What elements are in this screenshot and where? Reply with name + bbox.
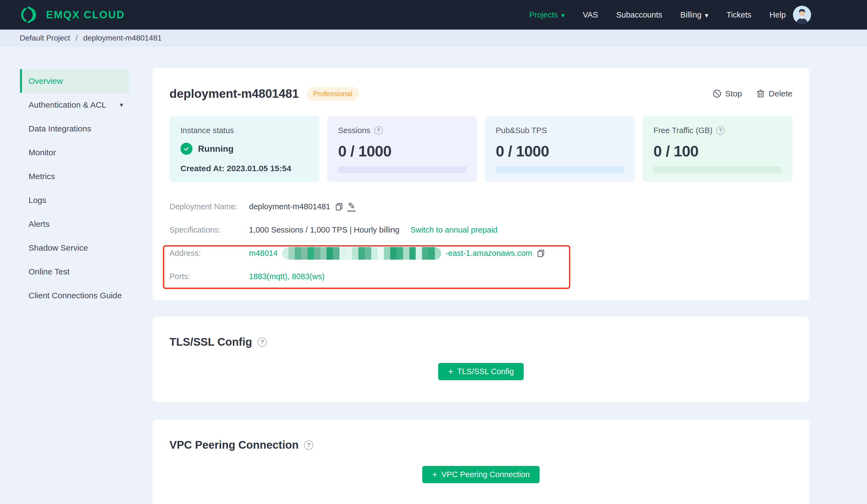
free-traffic-label: Free Traffic (GB) [653,126,781,135]
mosaic-block [435,247,441,260]
sidebar: Overview Authentication & ACL Data Integ… [0,46,152,307]
sidebar-item-label: Online Test [29,267,69,276]
tls-title-row: TLS/SSL Config [170,336,792,348]
sidebar-item-shadow-service[interactable]: Shadow Service [20,236,130,260]
user-avatar[interactable] [793,6,811,24]
mosaic-block [320,247,327,260]
sidebar-item-logs[interactable]: Logs [20,188,130,212]
tls-ssl-card: TLS/SSL Config TLS/SSL Config [152,317,810,402]
pubsub-tps-label-text: Pub&Sub TPS [496,126,547,135]
switch-annual-prepaid-link[interactable]: Switch to annual prepaid [410,226,497,234]
pubsub-tps-value: 0 / 1000 [496,142,624,160]
sidebar-item-metrics[interactable]: Metrics [20,164,130,188]
mosaic-block [409,247,416,260]
top-navbar: EMQX CLOUD Projects VAS Subaccounts Bill… [0,0,867,30]
mosaic-block [314,247,320,260]
tls-section-title: TLS/SSL Config [170,336,252,348]
mosaic-block [390,247,396,260]
help-icon[interactable] [716,126,725,135]
stop-button[interactable]: Stop [713,89,742,98]
deployment-fields: Deployment Name: deployment-m4801481 [170,195,792,288]
brand-name: EMQX CLOUD [46,9,125,21]
ports-label: Ports: [170,272,249,281]
sidebar-item-label: Logs [29,196,46,205]
add-vpc-peering-connection-label: VPC Peering Connection [441,470,530,479]
help-icon[interactable] [374,126,383,135]
deployment-name-label: Deployment Name: [170,202,249,211]
deployment-name-row: Deployment Name: deployment-m4801481 [170,195,792,218]
specifications-row: Specifications: 1,000 Sessions / 1,000 T… [170,218,792,242]
pubsub-tps-progress-bar [496,166,624,173]
add-vpc-peering-connection-button[interactable]: VPC Peering Connection [422,466,539,483]
pubsub-tps-card: Pub&Sub TPS 0 / 1000 [485,116,635,182]
sidebar-item-label: Monitor [29,148,56,157]
copy-name-button[interactable] [335,202,343,211]
trash-icon [756,89,765,98]
breadcrumb-project[interactable]: Default Project [20,34,70,42]
edit-name-button[interactable]: ✎ [347,202,356,211]
vpc-section-title: VPC Peering Connection [170,439,299,451]
mosaic-block [416,247,422,260]
copy-icon [537,249,545,258]
mosaic-block [340,247,346,260]
mosaic-block [288,247,295,260]
nav-item-projects[interactable]: Projects [529,10,565,20]
deployment-name-value-group: deployment-m4801481 ✎ [249,202,356,211]
sidebar-item-label: Shadow Service [29,243,88,253]
nav-item-tickets[interactable]: Tickets [727,10,751,20]
address-suffix: -east-1.amazonaws.com [446,249,532,258]
main-content: deployment-m4801481 Professional Stop [152,46,867,504]
nav-item-vas[interactable]: VAS [583,10,598,20]
mosaic-block [295,247,301,260]
sidebar-item-monitor[interactable]: Monitor [20,141,130,164]
nav-item-subaccounts[interactable]: Subaccounts [616,10,662,20]
mosaic-block [428,247,435,260]
instance-status-value: Running [198,144,234,154]
sidebar-item-authentication-acl[interactable]: Authentication & ACL [20,93,130,117]
vpc-title-row: VPC Peering Connection [170,439,792,451]
deployment-name-value: deployment-m4801481 [249,202,330,211]
delete-label: Delete [769,89,792,98]
nav-item-help[interactable]: Help [769,10,786,20]
free-traffic-value: 0 / 100 [653,142,781,160]
nav-item-label: VAS [583,10,598,20]
instance-status-card: Instance status Running Created At: 2023… [170,116,319,182]
nav-item-label: Help [769,10,786,20]
stop-label: Stop [725,89,742,98]
specifications-value: 1,000 Sessions / 1,000 TPS | Hourly bill… [249,226,399,234]
sidebar-item-client-connections-guide[interactable]: Client Connections Guide [20,284,130,307]
sidebar-item-overview[interactable]: Overview [20,69,130,93]
copy-address-button[interactable] [537,249,545,258]
sessions-label: Sessions [338,126,466,135]
copy-icon [335,202,343,211]
sidebar-item-online-test[interactable]: Online Test [20,260,130,284]
help-icon[interactable] [304,440,313,450]
address-mosaic [282,247,441,260]
add-tls-ssl-config-button[interactable]: TLS/SSL Config [438,363,524,380]
nav-item-billing[interactable]: Billing [680,10,708,20]
address-prefix: m48014 [249,249,278,258]
sidebar-item-alerts[interactable]: Alerts [20,212,130,236]
sidebar-item-label: Metrics [29,172,55,181]
ports-value: 1883(mqtt), 8083(ws) [249,272,325,281]
sidebar-item-label: Data Integrations [29,124,91,133]
help-icon[interactable] [257,338,267,347]
delete-button[interactable]: Delete [756,89,792,98]
free-traffic-card: Free Traffic (GB) 0 / 100 [642,116,792,182]
mosaic-block [396,247,403,260]
stats-row: Instance status Running Created At: 2023… [170,116,792,182]
sessions-label-text: Sessions [338,126,371,135]
mosaic-block [384,247,390,260]
nav-item-label: Projects [529,10,558,20]
instance-status-label: Instance status [180,126,309,135]
breadcrumb-deployment: deployment-m4801481 [83,34,161,42]
plus-icon [448,367,453,377]
sessions-value: 0 / 1000 [338,142,466,160]
sidebar-item-data-integrations[interactable]: Data Integrations [20,117,130,141]
mosaic-block [308,247,314,260]
free-traffic-label-text: Free Traffic (GB) [653,126,713,135]
vpc-peering-card: VPC Peering Connection VPC Peering Conne… [152,420,810,504]
instance-status-line: Running [180,143,309,155]
address-label: Address: [170,249,249,258]
emqx-logo[interactable]: EMQX CLOUD [19,7,125,23]
